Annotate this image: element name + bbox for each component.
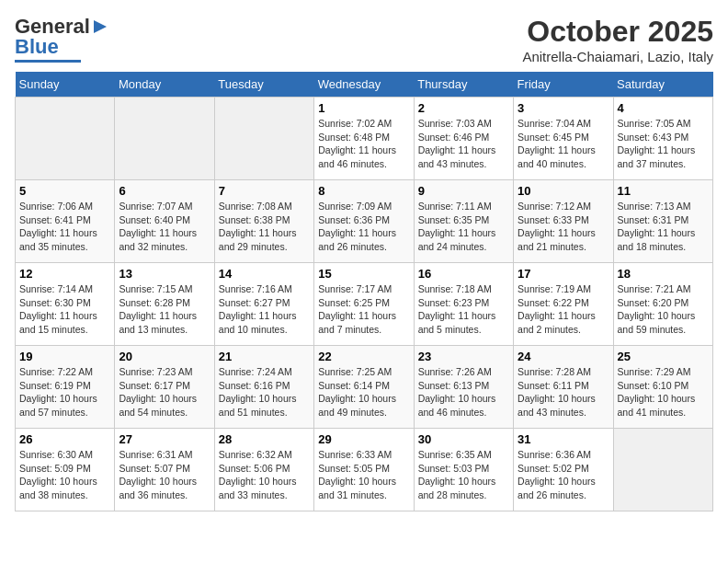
day-info: Sunrise: 6:36 AM Sunset: 5:02 PM Dayligh… <box>518 448 609 502</box>
location: Anitrella-Chaiamari, Lazio, Italy <box>522 49 713 64</box>
calendar-cell: 8Sunrise: 7:09 AM Sunset: 6:36 PM Daylig… <box>314 180 414 263</box>
calendar-cell <box>16 98 115 180</box>
calendar-cell: 26Sunrise: 6:30 AM Sunset: 5:09 PM Dayli… <box>16 429 115 511</box>
day-number: 1 <box>318 101 409 115</box>
day-number: 31 <box>518 432 609 446</box>
day-number: 2 <box>418 101 509 115</box>
day-number: 8 <box>318 184 409 198</box>
calendar-cell <box>613 429 712 511</box>
day-info: Sunrise: 7:15 AM Sunset: 6:28 PM Dayligh… <box>119 282 210 337</box>
calendar-cell: 11Sunrise: 7:13 AM Sunset: 6:31 PM Dayli… <box>613 180 712 263</box>
calendar-cell: 15Sunrise: 7:17 AM Sunset: 6:25 PM Dayli… <box>314 263 414 346</box>
calendar-cell: 22Sunrise: 7:25 AM Sunset: 6:14 PM Dayli… <box>314 346 414 429</box>
day-number: 7 <box>219 184 310 198</box>
calendar-table: SundayMondayTuesdayWednesdayThursdayFrid… <box>15 72 713 511</box>
weekday-header-saturday: Saturday <box>613 72 712 98</box>
calendar-cell: 6Sunrise: 7:07 AM Sunset: 6:40 PM Daylig… <box>115 180 214 263</box>
day-number: 19 <box>19 350 110 363</box>
day-info: Sunrise: 7:05 AM Sunset: 6:43 PM Dayligh… <box>618 117 709 171</box>
day-info: Sunrise: 7:28 AM Sunset: 6:11 PM Dayligh… <box>518 365 609 419</box>
month-title: October 2025 <box>522 15 713 49</box>
day-number: 10 <box>518 184 609 198</box>
weekday-header-row: SundayMondayTuesdayWednesdayThursdayFrid… <box>16 72 713 98</box>
weekday-header-wednesday: Wednesday <box>314 72 414 98</box>
day-info: Sunrise: 7:23 AM Sunset: 6:17 PM Dayligh… <box>119 365 210 419</box>
day-number: 14 <box>219 267 310 281</box>
calendar-cell: 18Sunrise: 7:21 AM Sunset: 6:20 PM Dayli… <box>613 263 712 346</box>
title-block: October 2025 Anitrella-Chaiamari, Lazio,… <box>522 15 713 64</box>
calendar-cell: 25Sunrise: 7:29 AM Sunset: 6:10 PM Dayli… <box>613 346 712 429</box>
day-info: Sunrise: 7:14 AM Sunset: 6:30 PM Dayligh… <box>19 282 110 337</box>
calendar-cell <box>214 98 313 180</box>
day-number: 24 <box>518 350 609 363</box>
day-number: 6 <box>119 184 210 198</box>
logo-underline <box>15 60 81 63</box>
svg-marker-0 <box>94 20 107 33</box>
day-number: 13 <box>119 267 210 281</box>
day-info: Sunrise: 7:12 AM Sunset: 6:33 PM Dayligh… <box>518 200 609 254</box>
calendar-cell: 5Sunrise: 7:06 AM Sunset: 6:41 PM Daylig… <box>16 180 115 263</box>
calendar-cell: 9Sunrise: 7:11 AM Sunset: 6:35 PM Daylig… <box>414 180 513 263</box>
day-number: 11 <box>618 184 709 198</box>
calendar-cell: 3Sunrise: 7:04 AM Sunset: 6:45 PM Daylig… <box>514 98 613 180</box>
day-number: 4 <box>618 101 709 115</box>
calendar-cell: 10Sunrise: 7:12 AM Sunset: 6:33 PM Dayli… <box>514 180 613 263</box>
day-number: 15 <box>318 267 409 281</box>
day-number: 9 <box>418 184 509 198</box>
day-number: 18 <box>618 267 709 281</box>
weekday-header-sunday: Sunday <box>16 72 115 98</box>
day-info: Sunrise: 7:03 AM Sunset: 6:46 PM Dayligh… <box>418 117 509 171</box>
calendar-cell: 24Sunrise: 7:28 AM Sunset: 6:11 PM Dayli… <box>514 346 613 429</box>
day-number: 20 <box>119 350 210 363</box>
day-info: Sunrise: 7:13 AM Sunset: 6:31 PM Dayligh… <box>618 200 709 254</box>
calendar-cell: 7Sunrise: 7:08 AM Sunset: 6:38 PM Daylig… <box>214 180 313 263</box>
day-info: Sunrise: 7:09 AM Sunset: 6:36 PM Dayligh… <box>318 200 409 254</box>
day-info: Sunrise: 6:33 AM Sunset: 5:05 PM Dayligh… <box>318 448 409 502</box>
calendar-cell: 12Sunrise: 7:14 AM Sunset: 6:30 PM Dayli… <box>16 263 115 346</box>
day-info: Sunrise: 6:31 AM Sunset: 5:07 PM Dayligh… <box>119 448 210 502</box>
day-info: Sunrise: 7:22 AM Sunset: 6:19 PM Dayligh… <box>19 365 110 419</box>
day-number: 12 <box>19 267 110 281</box>
day-info: Sunrise: 7:04 AM Sunset: 6:45 PM Dayligh… <box>518 117 609 171</box>
day-info: Sunrise: 7:08 AM Sunset: 6:38 PM Dayligh… <box>219 200 310 254</box>
logo-blue: Blue <box>15 35 59 59</box>
logo-arrow-icon <box>90 17 110 37</box>
calendar-cell: 2Sunrise: 7:03 AM Sunset: 6:46 PM Daylig… <box>414 98 513 180</box>
day-number: 5 <box>19 184 110 198</box>
day-info: Sunrise: 7:25 AM Sunset: 6:14 PM Dayligh… <box>318 365 409 419</box>
day-info: Sunrise: 7:19 AM Sunset: 6:22 PM Dayligh… <box>518 282 609 337</box>
calendar-cell: 4Sunrise: 7:05 AM Sunset: 6:43 PM Daylig… <box>613 98 712 180</box>
weekday-header-monday: Monday <box>115 72 214 98</box>
calendar-cell: 14Sunrise: 7:16 AM Sunset: 6:27 PM Dayli… <box>214 263 313 346</box>
day-number: 29 <box>318 432 409 446</box>
day-info: Sunrise: 7:21 AM Sunset: 6:20 PM Dayligh… <box>618 282 709 337</box>
calendar-week-row: 26Sunrise: 6:30 AM Sunset: 5:09 PM Dayli… <box>16 429 713 511</box>
day-info: Sunrise: 7:17 AM Sunset: 6:25 PM Dayligh… <box>318 282 409 337</box>
day-info: Sunrise: 6:35 AM Sunset: 5:03 PM Dayligh… <box>418 448 509 502</box>
calendar-cell: 23Sunrise: 7:26 AM Sunset: 6:13 PM Dayli… <box>414 346 513 429</box>
calendar-week-row: 19Sunrise: 7:22 AM Sunset: 6:19 PM Dayli… <box>16 346 713 429</box>
calendar-cell: 20Sunrise: 7:23 AM Sunset: 6:17 PM Dayli… <box>115 346 214 429</box>
weekday-header-thursday: Thursday <box>414 72 513 98</box>
calendar-week-row: 5Sunrise: 7:06 AM Sunset: 6:41 PM Daylig… <box>16 180 713 263</box>
day-info: Sunrise: 7:29 AM Sunset: 6:10 PM Dayligh… <box>618 365 709 419</box>
day-info: Sunrise: 7:24 AM Sunset: 6:16 PM Dayligh… <box>219 365 310 419</box>
calendar-cell: 31Sunrise: 6:36 AM Sunset: 5:02 PM Dayli… <box>514 429 613 511</box>
day-info: Sunrise: 7:06 AM Sunset: 6:41 PM Dayligh… <box>19 200 110 254</box>
day-info: Sunrise: 7:26 AM Sunset: 6:13 PM Dayligh… <box>418 365 509 419</box>
day-info: Sunrise: 7:11 AM Sunset: 6:35 PM Dayligh… <box>418 200 509 254</box>
calendar-cell: 17Sunrise: 7:19 AM Sunset: 6:22 PM Dayli… <box>514 263 613 346</box>
calendar-cell: 28Sunrise: 6:32 AM Sunset: 5:06 PM Dayli… <box>214 429 313 511</box>
day-number: 21 <box>219 350 310 363</box>
day-number: 28 <box>219 432 310 446</box>
calendar-cell: 1Sunrise: 7:02 AM Sunset: 6:48 PM Daylig… <box>314 98 414 180</box>
day-number: 27 <box>119 432 210 446</box>
day-info: Sunrise: 6:32 AM Sunset: 5:06 PM Dayligh… <box>219 448 310 502</box>
day-info: Sunrise: 7:02 AM Sunset: 6:48 PM Dayligh… <box>318 117 409 171</box>
day-number: 22 <box>318 350 409 363</box>
calendar-cell <box>115 98 214 180</box>
calendar-week-row: 12Sunrise: 7:14 AM Sunset: 6:30 PM Dayli… <box>16 263 713 346</box>
weekday-header-tuesday: Tuesday <box>214 72 313 98</box>
day-info: Sunrise: 7:16 AM Sunset: 6:27 PM Dayligh… <box>219 282 310 337</box>
page-header: General Blue October 2025 Anitrella-Chai… <box>15 15 713 64</box>
